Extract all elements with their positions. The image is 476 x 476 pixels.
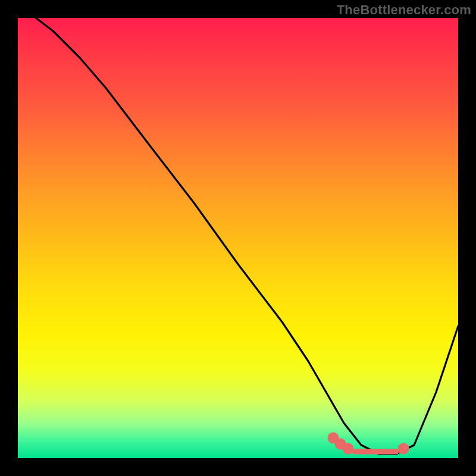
chart-frame: TheBottlenecker.com [0, 0, 476, 476]
plot-area [18, 18, 458, 458]
svg-point-0 [330, 435, 336, 441]
svg-point-4 [400, 446, 406, 452]
svg-point-2 [345, 446, 351, 452]
valley-marker [330, 435, 406, 452]
watermark-text: TheBottlenecker.com [337, 2, 471, 18]
bottleneck-curve [18, 18, 458, 454]
curve-svg [18, 18, 458, 458]
svg-point-1 [337, 441, 343, 447]
